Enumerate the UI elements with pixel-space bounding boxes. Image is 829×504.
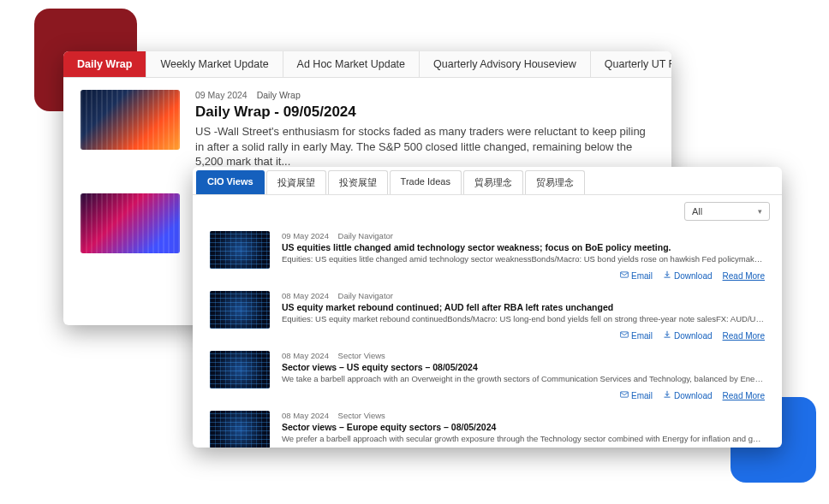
svg-rect-1 bbox=[621, 332, 629, 337]
list-excerpt: We take a barbell approach with an Overw… bbox=[282, 374, 765, 383]
download-icon bbox=[663, 270, 671, 281]
list-item: 08 May 2024 Sector Views Sector views – … bbox=[193, 404, 782, 448]
article-meta: 09 May 2024 Daily Wrap bbox=[195, 90, 654, 100]
list-thumbnail bbox=[210, 291, 270, 329]
list-thumbnail bbox=[210, 411, 270, 448]
list-title[interactable]: Sector views – US equity sectors – 08/05… bbox=[282, 362, 765, 372]
filter-select[interactable]: All ▾ bbox=[684, 202, 770, 221]
email-link[interactable]: Email bbox=[620, 390, 653, 400]
tabs-panel-b: CIO Views 投資展望 投资展望 Trade Ideas 貿易理念 贸易理… bbox=[193, 167, 782, 195]
download-link[interactable]: Download bbox=[663, 330, 712, 341]
tab-quarterly-ut-fund-focus[interactable]: Quarterly UT Fund Focus bbox=[591, 51, 671, 77]
email-icon bbox=[620, 390, 629, 400]
list-item: 09 May 2024 Daily Navigator US equities … bbox=[193, 224, 782, 269]
tab-investment-outlook-sc[interactable]: 投资展望 bbox=[328, 170, 388, 194]
list-meta: 09 May 2024 Daily Navigator bbox=[282, 231, 765, 240]
list-title[interactable]: US equity market rebound continued; AUD … bbox=[282, 302, 765, 312]
email-icon bbox=[620, 330, 629, 341]
filter-selected-value: All bbox=[692, 206, 702, 216]
read-more-link[interactable]: Read More bbox=[723, 270, 765, 281]
download-link[interactable]: Download bbox=[663, 390, 712, 400]
tab-cio-views[interactable]: CIO Views bbox=[196, 170, 265, 194]
article-category: Daily Wrap bbox=[257, 90, 301, 100]
list-category: Daily Navigator bbox=[338, 231, 393, 240]
list-body: 08 May 2024 Sector Views Sector views – … bbox=[282, 351, 765, 388]
list-actions: Email Download Read More bbox=[193, 269, 782, 284]
list-thumbnail bbox=[210, 351, 270, 388]
article-row: 09 May 2024 Daily Wrap Daily Wrap - 09/0… bbox=[63, 78, 671, 181]
tab-trade-ideas[interactable]: Trade Ideas bbox=[390, 170, 462, 194]
download-link[interactable]: Download bbox=[663, 270, 712, 281]
tab-quarterly-advisory-houseview[interactable]: Quarterly Advisory Houseview bbox=[420, 51, 591, 77]
tab-trade-ideas-sc[interactable]: 贸易理念 bbox=[525, 170, 585, 194]
list-meta: 08 May 2024 Sector Views bbox=[282, 351, 765, 360]
article-list: 09 May 2024 Daily Navigator US equities … bbox=[193, 224, 782, 448]
chevron-down-icon: ▾ bbox=[758, 207, 762, 216]
list-thumbnail bbox=[210, 231, 270, 269]
svg-rect-2 bbox=[621, 392, 629, 397]
tabs-panel-a: Daily Wrap Weekly Market Update Ad Hoc M… bbox=[63, 51, 671, 78]
list-title[interactable]: US equities little changed amid technolo… bbox=[282, 242, 765, 252]
read-more-link[interactable]: Read More bbox=[723, 390, 765, 400]
list-date: 08 May 2024 bbox=[282, 411, 329, 420]
list-excerpt: Equities: US equities little changed ami… bbox=[282, 254, 765, 264]
article-date: 09 May 2024 bbox=[195, 90, 248, 100]
tab-ad-hoc-market-update[interactable]: Ad Hoc Market Update bbox=[283, 51, 420, 77]
list-date: 08 May 2024 bbox=[282, 291, 329, 300]
panel-cio-views: CIO Views 投資展望 投资展望 Trade Ideas 貿易理念 贸易理… bbox=[193, 167, 782, 448]
email-icon bbox=[620, 270, 629, 281]
filter-row: All ▾ bbox=[193, 195, 782, 224]
article-thumbnail bbox=[81, 193, 180, 253]
email-link[interactable]: Email bbox=[620, 270, 653, 281]
list-title[interactable]: Sector views – Europe equity sectors – 0… bbox=[282, 422, 765, 432]
article-excerpt: US -Wall Street's enthusiasm for stocks … bbox=[195, 124, 654, 169]
tab-daily-wrap[interactable]: Daily Wrap bbox=[63, 51, 146, 77]
list-category: Sector Views bbox=[338, 411, 385, 420]
list-excerpt: We prefer a barbell approach with secula… bbox=[282, 434, 765, 443]
list-meta: 08 May 2024 Sector Views bbox=[282, 411, 765, 420]
download-icon bbox=[663, 390, 671, 400]
list-date: 08 May 2024 bbox=[282, 351, 329, 360]
download-icon bbox=[663, 330, 671, 341]
list-meta: 08 May 2024 Daily Navigator bbox=[282, 291, 765, 300]
svg-rect-0 bbox=[621, 272, 629, 277]
list-body: 09 May 2024 Daily Navigator US equities … bbox=[282, 231, 765, 269]
list-body: 08 May 2024 Sector Views Sector views – … bbox=[282, 411, 765, 448]
article-body: 09 May 2024 Daily Wrap Daily Wrap - 09/0… bbox=[195, 90, 654, 169]
email-link[interactable]: Email bbox=[620, 330, 653, 341]
list-excerpt: Equities: US equity market rebound conti… bbox=[282, 314, 765, 323]
article-thumbnail bbox=[81, 90, 180, 150]
list-item: 08 May 2024 Daily Navigator US equity ma… bbox=[193, 284, 782, 329]
list-actions: Email Download Read More bbox=[193, 388, 782, 404]
list-date: 09 May 2024 bbox=[282, 231, 329, 240]
tab-trade-ideas-tc[interactable]: 貿易理念 bbox=[463, 170, 523, 194]
tab-investment-outlook-tc[interactable]: 投資展望 bbox=[266, 170, 326, 194]
article-title[interactable]: Daily Wrap - 09/05/2024 bbox=[195, 104, 654, 121]
list-actions: Email Download Read More bbox=[193, 329, 782, 344]
read-more-link[interactable]: Read More bbox=[723, 330, 765, 341]
list-category: Daily Navigator bbox=[338, 291, 393, 300]
list-category: Sector Views bbox=[338, 351, 385, 360]
tab-weekly-market-update[interactable]: Weekly Market Update bbox=[146, 51, 283, 77]
list-item: 08 May 2024 Sector Views Sector views – … bbox=[193, 344, 782, 388]
list-body: 08 May 2024 Daily Navigator US equity ma… bbox=[282, 291, 765, 329]
